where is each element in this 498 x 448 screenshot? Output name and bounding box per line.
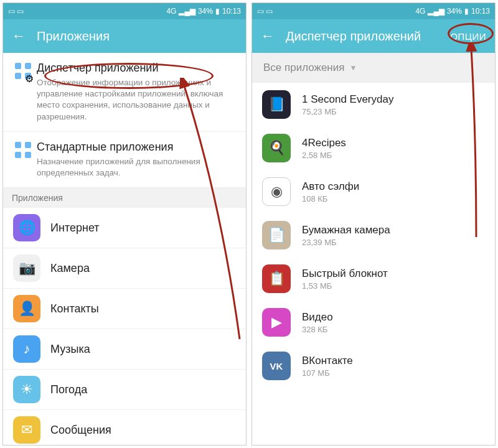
app-name: 4Recipes bbox=[302, 137, 346, 149]
filter-label: Все приложения bbox=[263, 62, 344, 74]
app-icon: 📄 bbox=[262, 221, 291, 250]
app-icon: 👤 bbox=[13, 295, 40, 322]
sim-icon: ▭ ▭ bbox=[257, 7, 273, 16]
app-icon: ✉ bbox=[13, 416, 40, 444]
app-name: 1 Second Everyday bbox=[302, 93, 393, 106]
app-row[interactable]: 👤Контакты bbox=[3, 289, 246, 329]
battery-icon: ▮ bbox=[464, 7, 469, 16]
app-size: 23,39 МБ bbox=[302, 238, 390, 247]
app-size: 108 КБ bbox=[302, 194, 359, 203]
clock: 10:13 bbox=[471, 7, 490, 16]
app-icon: 🍳 bbox=[262, 134, 291, 162]
status-bar: ▭ ▭ 4G ▂▄▆ 34% ▮ 10:13 bbox=[3, 3, 246, 19]
phone-right: ▭ ▭ 4G ▂▄▆ 34% ▮ 10:13 ← Диспетчер прило… bbox=[251, 2, 496, 446]
app-icon: 📋 bbox=[262, 264, 291, 293]
battery-icon: ▮ bbox=[215, 7, 220, 16]
pref-subtitle: Назначение приложений для выполнения опр… bbox=[37, 156, 236, 179]
action-bar: ← Приложения bbox=[3, 19, 246, 53]
app-row[interactable]: ♪Музыка bbox=[3, 329, 246, 370]
app-size: 107 МБ bbox=[302, 368, 353, 378]
app-row[interactable]: ☀Погода bbox=[3, 370, 246, 410]
app-icon: 📘 bbox=[262, 90, 291, 119]
chevron-down-icon: ▼ bbox=[349, 63, 357, 72]
app-name: Бумажная камера bbox=[302, 224, 390, 236]
back-button[interactable]: ← bbox=[261, 28, 275, 44]
pref-subtitle: Отображение информации о приложениях и у… bbox=[37, 77, 236, 123]
app-name: Авто сэлфи bbox=[302, 180, 359, 193]
sim-icon: ▭ ▭ bbox=[8, 7, 24, 16]
app-label: Интернет bbox=[50, 222, 100, 235]
app-row[interactable]: 📘1 Second Everyday75,23 МБ bbox=[252, 83, 495, 126]
battery-indicator: 34% bbox=[198, 7, 213, 16]
app-row[interactable]: ✉Сообщения bbox=[3, 410, 246, 445]
app-label: Контакты bbox=[50, 302, 99, 315]
app-label: Сообщения bbox=[50, 424, 111, 437]
app-icon: VK bbox=[262, 352, 291, 380]
app-row[interactable]: 📋Быстрый блокнот1,53 МБ bbox=[252, 257, 495, 301]
clock: 10:13 bbox=[222, 7, 241, 16]
pref-title: Стандартные приложения bbox=[37, 141, 236, 154]
app-name: ВКонтакте bbox=[302, 355, 353, 367]
app-size: 2,58 МБ bbox=[302, 151, 346, 160]
app-icon: 🌐 bbox=[13, 214, 40, 241]
pref-default-apps[interactable]: Стандартные приложения Назначение прилож… bbox=[3, 132, 246, 188]
grid-icon bbox=[15, 142, 31, 158]
app-row[interactable]: ◉Авто сэлфи108 КБ bbox=[252, 170, 495, 213]
app-row[interactable]: 🍳4Recipes2,58 МБ bbox=[252, 126, 495, 170]
app-icon: ☀ bbox=[13, 376, 40, 403]
grid-gear-icon: ⚙ bbox=[15, 63, 31, 79]
app-icon: ◉ bbox=[262, 177, 291, 206]
signal-icon: ▂▄▆ bbox=[428, 7, 444, 16]
app-label: Музыка bbox=[50, 343, 90, 356]
app-label: Камера bbox=[50, 262, 90, 275]
app-size: 1,53 МБ bbox=[302, 281, 388, 291]
signal-icon: ▂▄▆ bbox=[179, 7, 195, 16]
section-header-apps: Приложения bbox=[3, 188, 246, 208]
app-icon: ▶ bbox=[262, 308, 291, 337]
action-bar: ← Диспетчер приложений ОПЦИИ bbox=[252, 19, 495, 53]
filter-dropdown[interactable]: Все приложения ▼ bbox=[252, 53, 495, 83]
app-icon: 📷 bbox=[13, 254, 40, 282]
network-indicator: 4G bbox=[166, 7, 176, 16]
back-button[interactable]: ← bbox=[12, 28, 26, 44]
content-right: Все приложения ▼ 📘1 Second Everyday75,23… bbox=[252, 53, 495, 445]
app-row[interactable]: VKВКонтакте107 МБ bbox=[252, 344, 495, 388]
app-row[interactable]: 📷Камера bbox=[3, 248, 246, 289]
app-name: Видео bbox=[302, 311, 333, 324]
status-bar: ▭ ▭ 4G ▂▄▆ 34% ▮ 10:13 bbox=[252, 3, 495, 19]
app-size: 328 КБ bbox=[302, 325, 333, 334]
page-title: Диспетчер приложений bbox=[286, 29, 450, 44]
options-button[interactable]: ОПЦИИ bbox=[450, 31, 486, 42]
app-row[interactable]: 📄Бумажная камера23,39 МБ bbox=[252, 213, 495, 257]
app-row[interactable]: 🌐Интернет bbox=[3, 208, 246, 248]
app-row[interactable]: ▶Видео328 КБ bbox=[252, 301, 495, 344]
network-indicator: 4G bbox=[415, 7, 425, 16]
phone-left: ▭ ▭ 4G ▂▄▆ 34% ▮ 10:13 ← Приложения ⚙ Ди… bbox=[2, 2, 247, 446]
app-icon: ♪ bbox=[13, 335, 40, 363]
pref-app-manager[interactable]: ⚙ Диспетчер приложений Отображение инфор… bbox=[3, 53, 246, 132]
page-title: Приложения bbox=[37, 29, 237, 44]
app-size: 75,23 МБ bbox=[302, 107, 393, 116]
app-name: Быстрый блокнот bbox=[302, 268, 388, 280]
battery-indicator: 34% bbox=[447, 7, 462, 16]
app-label: Погода bbox=[50, 383, 87, 396]
pref-title: Диспетчер приложений bbox=[37, 62, 236, 75]
content-left: ⚙ Диспетчер приложений Отображение инфор… bbox=[3, 53, 246, 445]
